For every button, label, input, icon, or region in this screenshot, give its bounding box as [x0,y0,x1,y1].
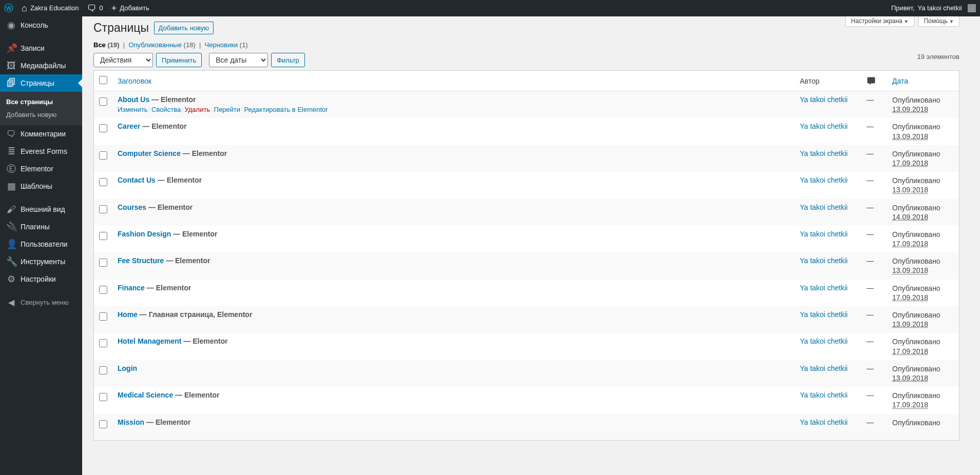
collapse-menu-button[interactable]: ◀Свернуть меню [0,293,82,311]
page-title-link[interactable]: Hotel Management [118,337,181,345]
row-checkbox[interactable] [99,259,107,267]
bulk-action-select[interactable]: Действия [93,53,153,67]
page-title-link[interactable]: Fashion Design [118,230,171,238]
date-value: 13.09.2018 [892,320,928,328]
table-row: Courses — ElementorИзменить|Свойства|Уда… [94,199,959,226]
row-checkbox[interactable] [99,339,107,347]
sidebar-item-everest-forms[interactable]: ≣Everest Forms [0,143,82,160]
page-title-link[interactable]: Career [118,122,140,130]
page-title-link[interactable]: Mission [118,418,144,426]
row-comments-cell: — [861,414,887,440]
row-checkbox[interactable] [99,366,107,374]
comments-count: — [867,203,874,211]
select-all-checkbox[interactable] [99,76,107,84]
column-date[interactable]: Дата [887,71,959,91]
author-link[interactable]: Ya takoi chetkii [800,256,848,265]
date-filter-select[interactable]: Все даты [209,53,268,67]
post-state: — Elementor [171,230,217,238]
sidebar-item-posts[interactable]: 📌Записи [0,39,82,57]
user-account-link[interactable]: Привет, Ya takoi chetkii [887,0,980,16]
sidebar-item-elementor[interactable]: ⒺElementor [0,160,82,177]
action-edit-elementor[interactable]: Редактировать в Elementor [244,106,328,113]
page-title-link[interactable]: Home [118,310,138,319]
row-checkbox[interactable] [99,97,107,106]
column-author[interactable]: Автор [795,71,861,91]
sidebar-item-tools[interactable]: 🔧Инструменты [0,253,82,270]
row-checkbox-cell [94,172,112,199]
author-link[interactable]: Ya takoi chetkii [800,284,848,292]
filter-button[interactable]: Фильтр [271,53,305,67]
apply-button[interactable]: Применить [156,53,202,67]
row-checkbox[interactable] [99,420,107,428]
row-date-cell: Опубликовано17.09.2018 [887,280,959,306]
author-link[interactable]: Ya takoi chetkii [800,122,848,130]
page-title-link[interactable]: About Us [118,95,149,104]
row-checkbox[interactable] [99,232,107,240]
author-link[interactable]: Ya takoi chetkii [800,364,848,372]
row-checkbox[interactable] [99,205,107,213]
wp-logo[interactable]: ⓦ [0,0,17,16]
row-date-cell: Опубликовано13.09.2018 [887,118,959,145]
action-view[interactable]: Перейти [214,106,241,113]
row-checkbox[interactable] [99,393,107,401]
add-new-link[interactable]: +Добавить [107,0,153,16]
help-button[interactable]: Помощь▼ [918,15,959,27]
author-link[interactable]: Ya takoi chetkii [800,203,848,211]
comments-link[interactable]: 🗨0 [83,0,107,16]
site-name-link[interactable]: ⌂Zakra Education [17,0,83,16]
row-checkbox-cell [94,306,112,333]
row-checkbox[interactable] [99,124,107,132]
comments-count: — [867,122,874,130]
comments-count: — [867,310,874,319]
action-edit[interactable]: Изменить [118,106,148,113]
row-checkbox[interactable] [99,151,107,160]
author-link[interactable]: Ya takoi chetkii [800,337,848,345]
column-title[interactable]: Заголовок [112,71,795,91]
comments-count: — [867,176,874,184]
row-title-cell: Finance — ElementorИзменить|Свойства|Уда… [112,280,795,306]
author-link[interactable]: Ya takoi chetkii [800,230,848,238]
sidebar-item-pages[interactable]: 🗐Страницы [0,74,82,92]
column-comments[interactable] [861,71,887,91]
author-link[interactable]: Ya takoi chetkii [800,95,848,104]
row-title-cell: Fee Structure — ElementorИзменить|Свойст… [112,252,795,279]
row-checkbox[interactable] [99,286,107,294]
page-title-link[interactable]: Courses [118,203,146,211]
sidebar-item-plugins[interactable]: 🔌Плагины [0,218,82,235]
add-new-button[interactable]: Добавить новую [154,22,214,34]
page-title-link[interactable]: Computer Science [118,149,181,157]
sidebar-item-dashboard[interactable]: ◉Консоль [0,16,82,34]
table-row: Career — ElementorИзменить|Свойства|Удал… [94,118,959,145]
sidebar-item-users[interactable]: 👤Пользователи [0,235,82,253]
comments-count: — [867,337,874,345]
page-title-link[interactable]: Medical Science [118,391,173,399]
author-link[interactable]: Ya takoi chetkii [800,176,848,184]
date-status: Опубликовано [892,95,954,105]
page-title-link[interactable]: Login [118,364,137,372]
row-checkbox[interactable] [99,312,107,321]
action-quick-edit[interactable]: Свойства [151,106,181,113]
sidebar-item-templates[interactable]: ▦Шаблоны [0,177,82,195]
author-link[interactable]: Ya takoi chetkii [800,310,848,319]
filter-drafts[interactable]: Черновики (1) [205,41,248,49]
author-link[interactable]: Ya takoi chetkii [800,418,848,426]
sidebar-item-media[interactable]: 🖾Медиафайлы [0,57,82,74]
page-title-link[interactable]: Fee Structure [118,256,164,265]
author-link[interactable]: Ya takoi chetkii [800,391,848,399]
filter-published[interactable]: Опубликованные (18) [128,41,195,49]
page-title-link[interactable]: Contact Us [118,176,156,184]
screen-options-button[interactable]: Настройки экрана▼ [846,15,914,27]
row-comments-cell: — [861,172,887,199]
date-status: Опубликовано [892,176,954,185]
action-trash[interactable]: Удалить [185,106,210,113]
sidebar-item-comments[interactable]: 🗨Комментарии [0,125,82,143]
sidebar-subitem-all-pages[interactable]: Все страницы [0,95,82,108]
page-title-link[interactable]: Finance [118,284,145,292]
author-link[interactable]: Ya takoi chetkii [800,149,848,157]
filter-all[interactable]: Все (19) [93,41,120,49]
sidebar-item-settings[interactable]: ⚙Настройки [0,270,82,288]
sidebar-item-appearance[interactable]: 🖌Внешний вид [0,201,82,218]
row-checkbox[interactable] [99,178,107,186]
sidebar-subitem-add-new[interactable]: Добавить новую [0,108,82,121]
add-new-label: Добавить [120,0,149,16]
